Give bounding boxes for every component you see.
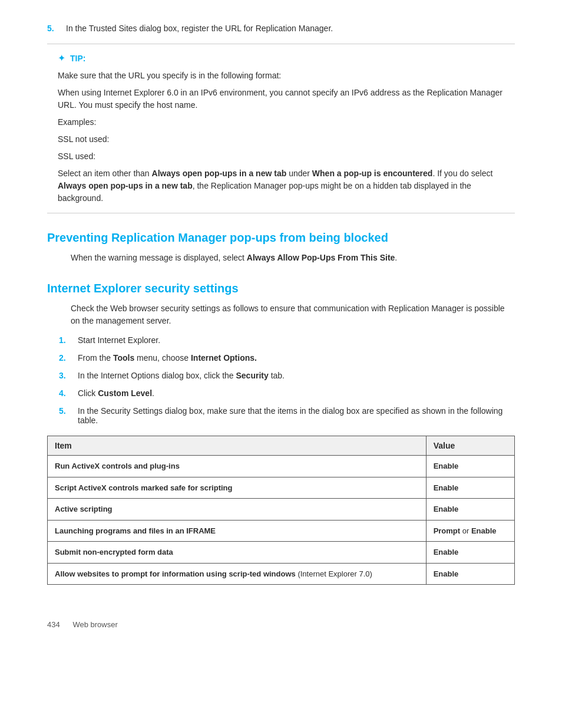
table-cell-item: Submit non-encrypted form data	[48, 542, 427, 564]
intro-step-text: In the Trusted Sites dialog box, registe…	[66, 24, 515, 33]
table-row: Active scripting Enable	[48, 499, 515, 521]
table-cell-value: Prompt or Enable	[426, 520, 514, 542]
table-cell-value: Enable	[426, 563, 514, 585]
step-4-number: 4.	[59, 388, 71, 398]
table-row: Run ActiveX controls and plug-ins Enable	[48, 456, 515, 477]
table-cell-value: Enable	[426, 477, 514, 499]
table-cell-item: Script ActiveX controls marked safe for …	[48, 477, 427, 499]
table-row: Script ActiveX controls marked safe for …	[48, 477, 515, 499]
step-4-text: Click Custom Level.	[78, 388, 515, 398]
tip-line-3: Examples:	[58, 116, 504, 129]
table-row: Allow websites to prompt for information…	[48, 563, 515, 585]
tip-content: Make sure that the URL you specify is in…	[58, 70, 504, 205]
steps-container: 1. Start Internet Explorer. 2. From the …	[59, 335, 515, 425]
security-settings-table: Item Value Run ActiveX controls and plug…	[47, 436, 515, 585]
tip-icon: ✦	[58, 52, 65, 64]
table-cell-item: Active scripting	[48, 499, 427, 521]
table-cell-item: Run ActiveX controls and plug-ins	[48, 456, 427, 477]
table-cell-item: Allow websites to prompt for information…	[48, 563, 427, 585]
col-header-value: Value	[426, 436, 514, 456]
table-row: Submit non-encrypted form data Enable	[48, 542, 515, 564]
step-2: 2. From the Tools menu, choose Internet …	[59, 353, 515, 363]
tip-box: ✦ TIP: Make sure that the URL you specif…	[47, 44, 515, 213]
footer-section: Web browser	[72, 620, 117, 629]
step-3-number: 3.	[59, 371, 71, 380]
step-3: 3. In the Internet Options dialog box, c…	[59, 371, 515, 380]
tip-header: ✦ TIP:	[58, 52, 504, 64]
tip-line-1: Make sure that the URL you specify is in…	[58, 70, 504, 82]
step-4: 4. Click Custom Level.	[59, 388, 515, 398]
step-2-text: From the Tools menu, choose Internet Opt…	[78, 353, 515, 363]
page-footer: 434 Web browser	[47, 620, 515, 629]
table-cell-value: Enable	[426, 456, 514, 477]
intro-step-number: 5.	[47, 24, 59, 33]
section2-heading: Internet Explorer security settings	[47, 282, 515, 295]
intro-step: 5. In the Trusted Sites dialog box, regi…	[47, 24, 515, 33]
page-number: 434	[47, 620, 60, 629]
step-3-text: In the Internet Options dialog box, clic…	[78, 371, 515, 380]
table-cell-value: Enable	[426, 499, 514, 521]
step-1-text: Start Internet Explorer.	[78, 335, 515, 345]
table-cell-value: Enable	[426, 542, 514, 564]
section1-intro: When the warning message is displayed, s…	[71, 252, 515, 264]
section1-heading: Preventing Replication Manager pop-ups f…	[47, 231, 515, 245]
step-2-number: 2.	[59, 353, 71, 363]
tip-label: TIP:	[70, 54, 85, 63]
col-header-item: Item	[48, 436, 427, 456]
step-5-number: 5.	[59, 406, 71, 425]
table-row: Launching programs and files in an IFRAM…	[48, 520, 515, 542]
tip-line-6: Select an item other than Always open po…	[58, 167, 504, 205]
step-1-number: 1.	[59, 335, 71, 345]
tip-line-5: SSL used:	[58, 150, 504, 163]
step-1: 1. Start Internet Explorer.	[59, 335, 515, 345]
table-header-row: Item Value	[48, 436, 515, 456]
step-5: 5. In the Security Settings dialog box, …	[59, 406, 515, 425]
step-5-text: In the Security Settings dialog box, mak…	[78, 406, 515, 425]
tip-line-2: When using Internet Explorer 6.0 in an I…	[58, 87, 504, 111]
table-cell-item: Launching programs and files in an IFRAM…	[48, 520, 427, 542]
section2-intro: Check the Web browser security settings …	[71, 302, 515, 327]
tip-line-4: SSL not used:	[58, 133, 504, 146]
